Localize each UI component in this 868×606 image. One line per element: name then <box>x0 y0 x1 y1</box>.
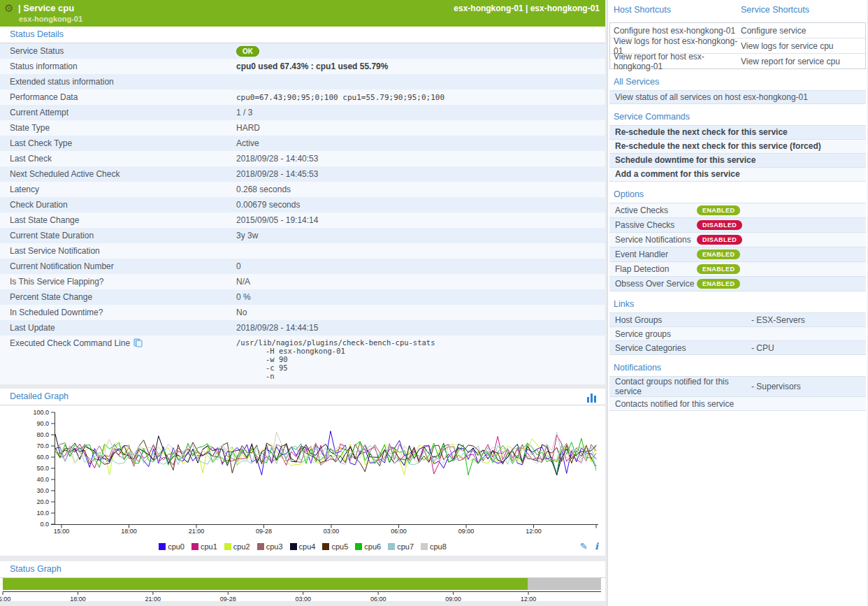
notification-value[interactable]: - Supervisors <box>751 382 866 391</box>
option-state-badge[interactable]: ENABLED <box>697 250 740 259</box>
svg-text:0.0: 0.0 <box>40 521 49 528</box>
link-value[interactable]: - CPU <box>751 343 866 353</box>
status-label: Service Status <box>0 46 236 56</box>
option-label: Service Notifications <box>609 235 697 245</box>
legend-swatch-cpu6 <box>355 543 362 550</box>
service-command-link[interactable]: Re-schedule the next check for this serv… <box>609 126 788 139</box>
table-row: Last Check2018/09/28 - 14:40:53 <box>0 151 605 166</box>
table-row: Contacts notified for this service <box>609 397 866 411</box>
notification-label: Contacts notified for this service <box>609 399 751 409</box>
status-label: Performance Data <box>0 92 236 102</box>
option-state-badge[interactable]: DISABLED <box>697 220 742 230</box>
status-label: Latency <box>0 185 236 194</box>
pencil-icon[interactable]: ✎ <box>580 541 588 551</box>
table-row: Executed Check Command Line/usr/lib/nagi… <box>0 336 605 384</box>
status-value: 2018/09/28 - 14:44:15 <box>236 323 605 333</box>
shortcut-service-link[interactable]: View report for service cpu <box>741 57 865 66</box>
table-row: Current Attempt1 / 3 <box>0 105 605 120</box>
table-row: In Scheduled Downtime?No <box>0 305 605 320</box>
notifications-table: Contact groups notified for this service… <box>609 376 866 411</box>
shortcut-service-link[interactable]: View logs for service cpu <box>741 41 865 51</box>
cpu-line-chart[interactable]: 0.010.020.030.040.050.060.070.080.090.01… <box>0 407 605 537</box>
status-label: Is This Service Flapping? <box>0 277 236 287</box>
status-label: Last Update <box>0 323 236 333</box>
option-row: Obsess Over ServiceENABLED <box>609 277 866 291</box>
option-state-badge[interactable]: ENABLED <box>697 279 740 289</box>
all-services-heading: All Services <box>614 77 867 87</box>
table-row: Last Update2018/09/28 - 14:44:15 <box>0 320 605 336</box>
legend-label: cpu0 <box>168 542 185 551</box>
table-row: Next Scheduled Active Check2018/09/28 - … <box>0 166 605 182</box>
command-line: /usr/lib/nagios/plugins/check-bench-cpu-… <box>236 338 605 347</box>
all-services-link[interactable]: View status of all services on host esx-… <box>609 91 808 103</box>
status-timeline-chart[interactable]: 15:0018:0021:0009-2803:0006:0009:0012:00 <box>0 578 605 601</box>
option-row: Passive ChecksDISABLED <box>609 218 866 233</box>
status-label: State Type <box>0 123 236 133</box>
service-command-link[interactable]: Add a comment for this service <box>609 168 740 181</box>
status-value: 0.268 seconds <box>236 185 605 194</box>
legend-label: cpu3 <box>266 542 283 551</box>
option-label: Passive Checks <box>609 220 697 230</box>
option-label: Obsess Over Service <box>609 279 697 289</box>
gear-icon[interactable]: ⚙ <box>4 2 13 15</box>
status-details-heading: Status Details <box>0 27 605 43</box>
main-column: ⚙ | Service cpu esx-hongkong-01 esx-hong… <box>0 0 605 601</box>
section-divider <box>0 556 605 561</box>
status-value: N/A <box>236 277 605 287</box>
service-commands-heading: Service Commands <box>614 112 867 122</box>
status-value: 0 % <box>236 292 605 302</box>
legend-swatch-cpu0 <box>159 543 166 550</box>
service-command-link[interactable]: Schedule downtime for this service <box>609 154 755 167</box>
shortcut-host-link[interactable]: View report for host esx-hongkong-01 <box>610 52 741 71</box>
svg-text:15:00: 15:00 <box>54 528 70 535</box>
legend-swatch-cpu4 <box>290 543 297 550</box>
legend-item: cpu2 <box>224 542 250 551</box>
legend-item: cpu0 <box>159 542 185 551</box>
table-row: Current Notification Number0 <box>0 259 605 274</box>
clipboard-icon[interactable] <box>133 338 143 347</box>
sidebar: Host Shortcuts Service Shortcuts Configu… <box>607 0 867 606</box>
table-row: Percent State Change0 % <box>0 289 605 305</box>
option-row: Service NotificationsDISABLED <box>609 233 866 247</box>
status-label: Last Service Notification <box>0 246 236 256</box>
link-label: Host Groups <box>609 315 751 325</box>
detailed-graph-title: Detailed Graph <box>10 391 68 401</box>
svg-text:70.0: 70.0 <box>36 442 49 449</box>
option-state-badge[interactable]: DISABLED <box>697 235 742 245</box>
option-row: Active ChecksENABLED <box>609 203 866 218</box>
service-command-link[interactable]: Re-schedule the next check for this serv… <box>609 140 821 153</box>
svg-text:50.0: 50.0 <box>36 465 49 472</box>
svg-text:21:00: 21:00 <box>189 528 205 535</box>
status-badge: OK <box>236 46 259 57</box>
option-state-badge[interactable]: ENABLED <box>697 205 740 215</box>
status-label: Check Duration <box>0 200 236 210</box>
legend-item: cpu7 <box>388 542 414 551</box>
notifications-heading: Notifications <box>614 363 867 373</box>
status-value: cpu0=67.43;90;95;0;100 cpu1=55.79;90;95;… <box>236 93 605 102</box>
legend-item: cpu6 <box>355 542 381 551</box>
svg-text:40.0: 40.0 <box>36 476 49 483</box>
status-label: Next Scheduled Active Check <box>0 169 236 179</box>
svg-text:12:00: 12:00 <box>526 528 542 535</box>
status-graph-heading: Status Graph <box>0 561 605 578</box>
link-value[interactable]: - ESX-Servers <box>751 315 866 325</box>
status-label: Current State Duration <box>0 231 236 240</box>
bar-chart-icon[interactable] <box>587 392 597 408</box>
option-state-badge[interactable]: ENABLED <box>697 264 740 274</box>
svg-text:20.0: 20.0 <box>36 498 49 505</box>
shortcut-host-link[interactable]: Configure host esx-hongkong-01 <box>610 26 741 36</box>
status-label: Last State Change <box>0 215 236 225</box>
status-label: Executed Check Command Line <box>0 338 236 348</box>
legend-label: cpu5 <box>331 542 348 551</box>
all-services-list: View status of all services on host esx-… <box>609 90 866 104</box>
svg-text:06:00: 06:00 <box>391 528 407 535</box>
svg-text:100.0: 100.0 <box>33 409 49 416</box>
legend-label: cpu8 <box>430 542 447 551</box>
svg-text:90.0: 90.0 <box>36 420 49 427</box>
info-icon[interactable]: i <box>595 541 598 551</box>
svg-text:80.0: 80.0 <box>36 431 49 438</box>
service-commands-list: Re-schedule the next check for this serv… <box>609 125 866 182</box>
shortcut-service-link[interactable]: Configure service <box>741 26 865 36</box>
legend-label: cpu4 <box>299 542 316 551</box>
status-value: 0.00679 seconds <box>236 200 605 210</box>
